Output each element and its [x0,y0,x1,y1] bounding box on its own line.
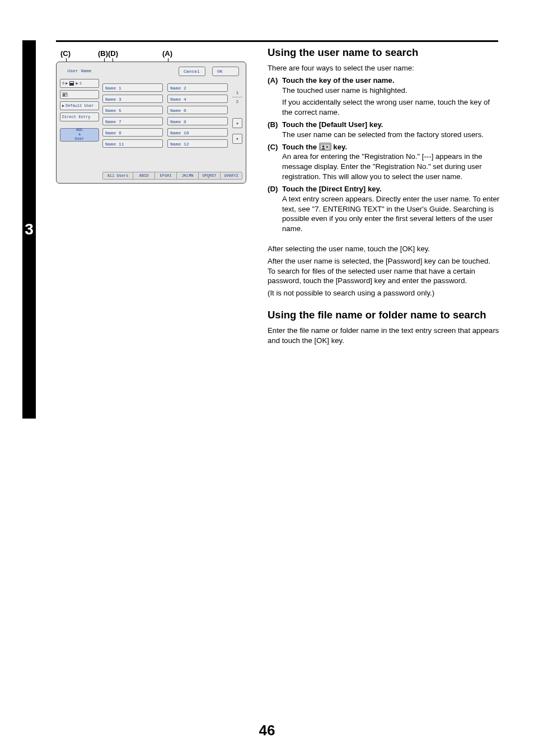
step-a-heading: Touch the key of the user name. [282,76,395,86]
step-d-label: (D) [268,184,282,194]
default-user-label: Default User [65,104,93,108]
divider [232,97,242,97]
intro-text: There are four ways to select the user n… [268,63,500,73]
callout-c: (C) [60,49,71,58]
after-text-1: After selecting the user name, touch the… [268,244,500,254]
callout-d: (D) [108,49,118,58]
registration-no-key[interactable] [60,90,99,99]
step-d: (D) Touch the [Direct Entry] key. A text… [268,184,500,234]
breadcrumb-key[interactable]: 6 ▶ ▶ 1 [60,79,99,88]
step-c-heading-post: key. [333,143,347,151]
svg-point-5 [322,145,324,148]
step-b: (B) Touch the [Default User] key. The us… [268,120,500,140]
callout-a: (A) [162,49,172,58]
abc-user-toggle[interactable]: ABC ⇅ User [60,128,99,142]
arrow-up-icon: ✦ [236,120,238,126]
name-key[interactable]: Name 2 [167,83,228,92]
arrow-down-icon: ▾ [236,136,238,142]
svg-point-3 [63,93,65,95]
scroll-up-button[interactable]: ✦ [232,118,242,128]
page-indicator: 1 2 [232,90,242,104]
tab-uvwxyz[interactable]: UVWXYZ [221,172,242,179]
callout-labels: (C) (B) (D) (A) [56,49,257,62]
chevron-right-icon: ▶ [65,81,68,86]
step-c-label: (C) [268,142,282,152]
step-d-heading: Touch the [Direct Entry] key. [282,184,382,194]
name-key[interactable]: Name 5 [102,106,163,114]
name-key[interactable]: Name 6 [167,106,228,114]
name-key[interactable]: Name 7 [102,117,163,125]
callout-b: (B) [98,49,108,58]
tab-efghi[interactable]: EFGHI [155,172,177,179]
chapter-number: 3 [25,220,34,238]
left-keys: 6 ▶ ▶ 1 ▶ Default User Direct Entry ABC … [60,79,99,142]
left-column: (C) (B) (D) (A) User Name Cancel OK 6 ▶ … [56,49,257,184]
step-a-text-2: If you accidentally select the wrong use… [282,97,500,118]
ok-button[interactable]: OK [212,67,239,76]
person-card-icon [62,92,68,97]
cancel-button[interactable]: Cancel [179,67,205,76]
direct-entry-key[interactable]: Direct Entry [60,112,99,121]
name-key[interactable]: Name 11 [102,139,163,148]
step-c: (C) Touch the key. An area for entering … [268,142,500,182]
name-key[interactable]: Name 10 [167,128,228,137]
tab-all-users[interactable]: All Users [103,172,133,179]
name-key[interactable]: Name 12 [167,139,228,148]
after-text-2: After the user name is selected, the [Pa… [268,256,500,286]
alpha-tab-strip: All Users ABCD EFGHI JKLMN OPQRST UVWXYZ [102,172,242,180]
chapter-tab: 3 [22,40,36,419]
step-c-text-1: An area for entering the "Registration N… [282,152,500,181]
filename-search-text: Enter the file name or folder name in th… [268,326,500,346]
heading-username-search: Using the user name to search [268,46,500,60]
step-a-label: (A) [268,76,282,86]
after-text-3: (It is not possible to search using a pa… [268,288,500,298]
chevron-right-icon: ▶ [76,81,78,86]
direct-entry-label: Direct Entry [62,115,90,119]
step-b-text-1: The user name can be selected from the f… [282,130,500,140]
tab-jklmn[interactable]: JKLMN [177,172,199,179]
user-name-panel: User Name Cancel OK 6 ▶ ▶ 1 ▶ Default Us… [56,62,246,184]
name-grid: Name 1 Name 2 Name 3 Name 4 Name 5 Name … [102,83,228,148]
svg-rect-1 [70,82,73,83]
right-column: Using the user name to search There are … [268,46,500,348]
heading-filename-search: Using the file name or folder name to se… [268,308,500,322]
name-key[interactable]: Name 8 [167,117,228,125]
step-a: (A) Touch the key of the user name. The … [268,76,500,118]
page-current: 1 [232,90,242,95]
name-key[interactable]: Name 9 [102,128,163,137]
step-a-text-1: The touched user name is highlighted. [282,86,500,96]
default-user-key[interactable]: ▶ Default User [60,101,99,110]
name-key[interactable]: Name 3 [102,95,163,103]
tab-abcd[interactable]: ABCD [133,172,155,179]
name-key[interactable]: Name 4 [167,95,228,103]
page-number: 46 [0,722,534,739]
tab-opqrst[interactable]: OPQRST [199,172,221,179]
panel-title-row: User Name Cancel OK [60,67,242,77]
crumb-1: 1 [79,81,82,86]
panel-title: User Name [60,67,99,75]
page-total: 2 [232,99,242,104]
step-b-heading: Touch the [Default User] key. [282,120,383,130]
step-c-heading-pre: Touch the [282,143,319,151]
name-key[interactable]: Name 1 [102,83,163,92]
top-rule [56,40,498,42]
chevron-right-icon: ▶ [62,104,64,108]
crumb-6: 6 [62,81,64,86]
person-card-icon [319,143,331,151]
user-label: User [60,137,99,142]
step-d-text-1: A text entry screen appears. Directly en… [282,194,500,234]
step-b-label: (B) [268,120,282,130]
scroll-down-button[interactable]: ▾ [232,134,242,144]
calculator-icon [69,81,74,86]
